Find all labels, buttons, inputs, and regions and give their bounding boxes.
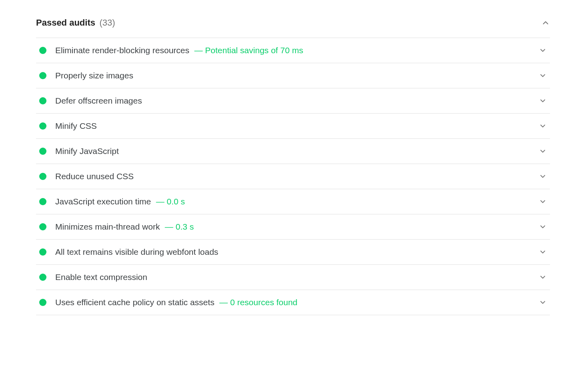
chevron-down-icon	[539, 172, 547, 180]
section-title-group: Passed audits (33)	[36, 18, 115, 28]
audit-left: Uses efficient cache policy on static as…	[39, 298, 297, 307]
audit-title: Eliminate render-blocking resources	[55, 46, 189, 55]
audit-title: All text remains visible during webfont …	[55, 247, 218, 256]
audit-left: Enable text compression	[39, 272, 147, 282]
chevron-down-icon	[539, 198, 547, 206]
audit-left: Minify JavaScript	[39, 146, 119, 156]
chevron-down-icon	[539, 147, 547, 155]
audit-list: Eliminate render-blocking resources Pote…	[36, 38, 550, 315]
status-pass-icon	[39, 173, 46, 180]
chevron-down-icon	[539, 122, 547, 130]
audit-left: All text remains visible during webfont …	[39, 247, 218, 257]
audit-row[interactable]: Uses efficient cache policy on static as…	[36, 290, 550, 315]
chevron-down-icon	[539, 46, 547, 54]
audit-left: Defer offscreen images	[39, 96, 142, 106]
status-pass-icon	[39, 97, 46, 104]
chevron-down-icon	[539, 72, 547, 80]
audit-title: Minify CSS	[55, 121, 97, 130]
audit-row[interactable]: All text remains visible during webfont …	[36, 240, 550, 265]
audit-detail: 0.3 s	[165, 222, 194, 231]
audit-left: Minify CSS	[39, 121, 97, 131]
audit-row[interactable]: Minimizes main-thread work 0.3 s	[36, 214, 550, 240]
section-count: (33)	[99, 18, 115, 28]
audit-row[interactable]: Minify JavaScript	[36, 139, 550, 164]
status-pass-icon	[39, 148, 46, 155]
chevron-up-icon	[541, 18, 550, 27]
chevron-down-icon	[539, 248, 547, 256]
chevron-down-icon	[539, 223, 547, 231]
status-pass-icon	[39, 248, 46, 256]
audit-title: Reduce unused CSS	[55, 172, 134, 181]
chevron-down-icon	[539, 298, 547, 306]
audit-title: Enable text compression	[55, 272, 147, 282]
audit-title: Minimizes main-thread work	[55, 222, 160, 231]
audit-detail: Potential savings of 70 ms	[194, 46, 303, 55]
status-pass-icon	[39, 47, 46, 54]
audit-title: Defer offscreen images	[55, 96, 142, 105]
audit-left: Eliminate render-blocking resources Pote…	[39, 46, 303, 55]
audit-detail: 0.0 s	[156, 197, 185, 206]
audit-left: Minimizes main-thread work 0.3 s	[39, 222, 194, 232]
audit-row[interactable]: JavaScript execution time 0.0 s	[36, 189, 550, 214]
audit-title: JavaScript execution time	[55, 197, 151, 206]
audit-left: Reduce unused CSS	[39, 172, 134, 181]
chevron-down-icon	[539, 273, 547, 281]
audit-row[interactable]: Reduce unused CSS	[36, 164, 550, 189]
status-pass-icon	[39, 198, 46, 205]
audit-row[interactable]: Enable text compression	[36, 265, 550, 290]
passed-audits-header[interactable]: Passed audits (33)	[36, 12, 550, 38]
audit-title: Uses efficient cache policy on static as…	[55, 298, 215, 307]
status-pass-icon	[39, 223, 46, 230]
audit-detail: 0 resources found	[219, 298, 297, 307]
status-pass-icon	[39, 299, 46, 306]
section-title: Passed audits	[36, 18, 95, 28]
audit-left: Properly size images	[39, 71, 133, 80]
audit-row[interactable]: Eliminate render-blocking resources Pote…	[36, 38, 550, 63]
audit-left: JavaScript execution time 0.0 s	[39, 197, 185, 206]
audit-row[interactable]: Minify CSS	[36, 114, 550, 139]
audit-title: Properly size images	[55, 71, 133, 80]
status-pass-icon	[39, 274, 46, 281]
status-pass-icon	[39, 72, 46, 79]
audit-row[interactable]: Defer offscreen images	[36, 88, 550, 114]
audit-row[interactable]: Properly size images	[36, 63, 550, 88]
chevron-down-icon	[539, 97, 547, 105]
status-pass-icon	[39, 122, 46, 130]
audit-title: Minify JavaScript	[55, 146, 119, 156]
